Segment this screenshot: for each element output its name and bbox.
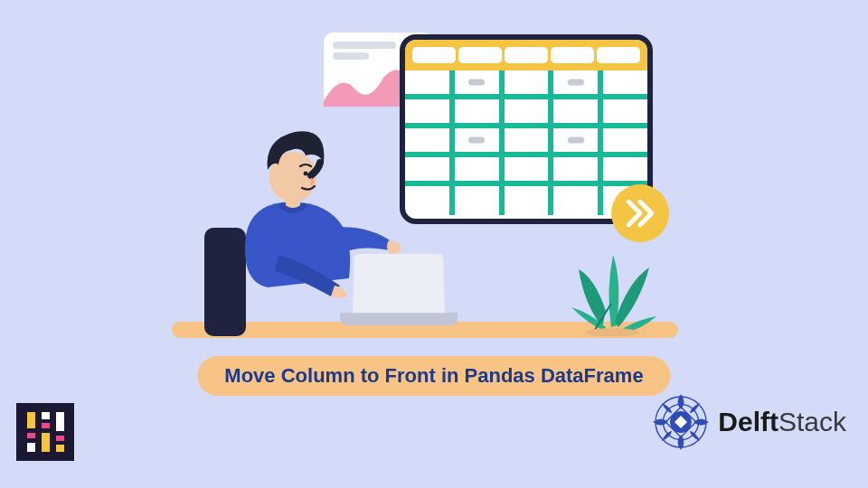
brand-name-light: Stack <box>778 407 846 436</box>
sheet-header <box>405 40 647 70</box>
brand-name: DelftStack <box>718 407 846 437</box>
svg-point-7 <box>304 172 308 176</box>
person-illustration <box>204 119 403 336</box>
svg-point-6 <box>269 174 280 184</box>
sheet-grid <box>405 70 647 219</box>
svg-rect-3 <box>204 228 246 336</box>
double-chevron-right-icon <box>611 184 669 242</box>
brand-name-strong: Delft <box>718 407 778 436</box>
plant-illustration <box>562 246 662 336</box>
ornate-medallion-icon <box>649 390 712 454</box>
brand-logo: DelftStack <box>649 390 846 454</box>
hero-illustration <box>163 22 705 365</box>
spreadsheet-panel <box>400 34 653 224</box>
bars-logo-icon <box>16 403 74 461</box>
